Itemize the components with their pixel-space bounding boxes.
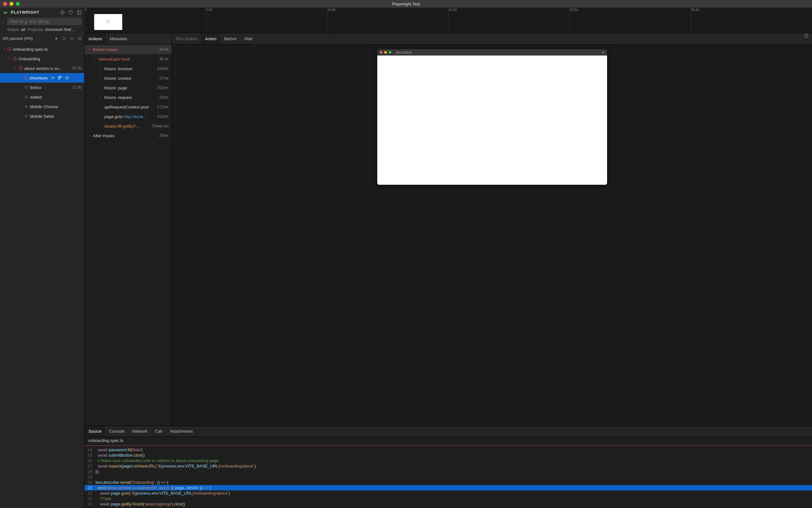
tree-item-label: Mobile Safari	[30, 114, 54, 119]
code-line[interactable]: 18});	[85, 469, 812, 474]
bottom-panel: SourceConsoleNetworkCallAttachments onbo…	[85, 426, 812, 508]
action-item[interactable]: locator.fill getByT…Timed out	[85, 121, 172, 131]
chevron-right-icon[interactable]	[1, 19, 6, 24]
code-line[interactable]: 16 // Make sure unboarded user is redire…	[85, 458, 812, 463]
chevron-right-icon	[99, 86, 103, 89]
close-icon[interactable]	[3, 2, 7, 6]
timeline-thumbnail[interactable]	[94, 14, 122, 30]
watch-icon[interactable]	[65, 76, 69, 80]
action-label: locator.fill getByT…	[105, 124, 150, 129]
action-label: fixture: context	[105, 76, 157, 81]
frame-min-icon	[384, 51, 387, 54]
code-line[interactable]: 20test.describe.serial('Onboarding', () …	[85, 479, 812, 485]
tab-action[interactable]: Action	[201, 33, 220, 44]
action-item[interactable]: After Hooks25ms	[85, 131, 172, 140]
code-line[interactable]: 17 await expect(page).toHaveURL(`${proce…	[85, 463, 812, 469]
action-item[interactable]: beforeEach hook30.4s	[85, 54, 172, 64]
status-dot-icon	[25, 96, 28, 98]
frame-close-icon	[380, 51, 382, 54]
run-icon[interactable]	[51, 76, 55, 80]
svg-rect-13	[60, 76, 62, 78]
timeline-tick: 5.0s	[206, 8, 212, 11]
action-label: Before Hooks	[93, 47, 157, 52]
fail-icon	[13, 56, 17, 61]
popout-icon[interactable]	[801, 33, 812, 44]
code-line[interactable]: 21 test('about section is successful', a…	[85, 485, 812, 491]
svg-rect-12	[58, 76, 60, 78]
code-line[interactable]: 19	[85, 474, 812, 479]
tab-call[interactable]: Call	[151, 426, 166, 436]
tab-console[interactable]: Console	[105, 426, 128, 436]
tab-after[interactable]: After	[240, 33, 257, 44]
toggle-panel-icon[interactable]	[77, 10, 82, 15]
tab-metadata[interactable]: Metadata	[106, 33, 131, 44]
svg-rect-14	[58, 78, 60, 79]
preview-panel: about:blank ≡	[172, 45, 812, 426]
action-item[interactable]: apiRequestContext.post171ms	[85, 102, 172, 112]
tree-project[interactable]: Mobile Chrome	[0, 102, 84, 111]
tab-before[interactable]: Before	[220, 33, 240, 44]
svg-point-5	[71, 38, 73, 39]
tab-attachments[interactable]: Attachments	[166, 426, 197, 436]
tree-suite[interactable]: Onboarding	[0, 54, 84, 64]
status-dot-icon	[25, 86, 28, 89]
fail-icon	[7, 47, 11, 51]
hamburger-icon[interactable]: ≡	[602, 50, 605, 55]
duration: 25ms	[159, 133, 168, 138]
action-item[interactable]: Before Hooks30.4s	[85, 45, 172, 54]
watch-icon[interactable]	[70, 36, 74, 41]
reload-icon[interactable]	[68, 10, 73, 15]
tree-project[interactable]: firefox17.9s	[0, 83, 84, 92]
tree-file[interactable]: onboarding.spec.ts	[0, 44, 84, 54]
stop-icon[interactable]	[62, 36, 67, 41]
action-item[interactable]: fixture: page201ms	[85, 83, 172, 92]
code-line[interactable]: 14 await password.fill('toto')	[85, 447, 812, 453]
code-line[interactable]: 22 await page.goto(`${process.env.VITE_B…	[85, 491, 812, 496]
tree-project[interactable]: Mobile Safari	[0, 111, 84, 121]
tree-item-label: Onboarding	[18, 56, 40, 61]
tree-project[interactable]: chromium	[0, 73, 84, 83]
source-code[interactable]: 14 await password.fill('toto')15 await s…	[85, 446, 812, 508]
tab-network[interactable]: Network	[128, 426, 151, 436]
chevron-down-icon	[2, 47, 6, 51]
tree-project[interactable]: webkit	[0, 92, 84, 102]
frame-body[interactable]	[377, 55, 607, 185]
action-item[interactable]: page.goto http://local…412ms	[85, 112, 172, 121]
duration: 171ms	[157, 105, 168, 109]
code-line[interactable]: 24 await page.getByTestId('about-type-pp…	[85, 501, 812, 507]
tab-actions[interactable]: Actions	[85, 33, 106, 44]
pick-locator-button[interactable]: Pick locator	[172, 36, 201, 41]
code-line[interactable]: 23 //Type	[85, 496, 812, 501]
brand-label: PLAYWRIGHT	[11, 10, 40, 15]
collapse-icon[interactable]	[77, 36, 82, 41]
run-all-icon[interactable]	[54, 36, 59, 41]
code-line[interactable]: 15 await submitButton.click()	[85, 453, 812, 458]
frame-max-icon	[389, 51, 391, 54]
tree-test[interactable]: about section is su… 47.9s	[0, 64, 84, 73]
action-item[interactable]: fixture: browser310ms	[85, 64, 172, 73]
tab-source[interactable]: Source	[85, 426, 105, 436]
timeline-tick: 10.0s	[327, 8, 336, 11]
magnify-fail-icon	[105, 19, 111, 25]
svg-point-1	[6, 12, 7, 13]
minimize-icon[interactable]	[9, 2, 13, 6]
browser-frame: about:blank ≡	[377, 49, 607, 185]
svg-point-0	[4, 12, 5, 13]
window-controls[interactable]	[3, 2, 20, 6]
chevron-down-icon	[93, 57, 97, 60]
source-file-tab[interactable]: onboarding.spec.ts	[85, 437, 812, 446]
svg-rect-4	[63, 37, 66, 40]
maximize-icon[interactable]	[16, 2, 20, 6]
theme-toggle-icon[interactable]	[60, 10, 65, 15]
action-label: fixture: request	[105, 95, 157, 100]
filter-input[interactable]	[7, 18, 82, 25]
tab-bar: ActionsMetadata Pick locator ActionBefor…	[85, 33, 812, 45]
window-title: Playwright Test	[392, 2, 420, 6]
trace-icon[interactable]	[58, 76, 62, 80]
action-item[interactable]: fixture: request12ms	[85, 92, 172, 102]
playwright-logo-icon	[3, 9, 8, 15]
timeline[interactable]: 05.0s10.0s15.0s20.0s25.0s30.0s	[85, 8, 812, 33]
duration: 201ms	[157, 86, 168, 90]
action-item[interactable]: fixture: context17ms	[85, 73, 172, 83]
svg-point-15	[67, 77, 68, 79]
